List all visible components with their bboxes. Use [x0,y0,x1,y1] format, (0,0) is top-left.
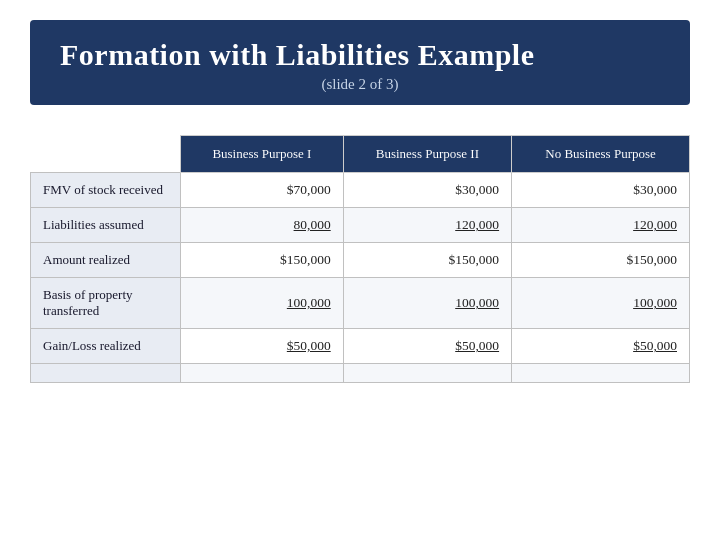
row-5-col2 [343,364,511,383]
slide-subtitle: (slide 2 of 3) [60,76,660,93]
table-row [31,364,690,383]
row-label: FMV of stock received [31,173,181,208]
row-label: Amount realized [31,243,181,278]
header-col3: No Business Purpose [512,136,690,173]
slide-title: Formation with Liabilities Example [60,38,660,72]
row-label [31,364,181,383]
row-0-col1: $70,000 [181,173,344,208]
row-2-col3: $150,000 [512,243,690,278]
data-table: Business Purpose I Business Purpose II N… [30,135,690,383]
row-4-col1: $50,000 [181,329,344,364]
row-0-col2: $30,000 [343,173,511,208]
row-1-col1: 80,000 [181,208,344,243]
table-row: FMV of stock received$70,000$30,000$30,0… [31,173,690,208]
row-4-col2: $50,000 [343,329,511,364]
slide-container: Formation with Liabilities Example (slid… [0,0,720,540]
title-box: Formation with Liabilities Example (slid… [30,20,690,105]
header-col2: Business Purpose II [343,136,511,173]
row-1-col2: 120,000 [343,208,511,243]
header-col1: Business Purpose I [181,136,344,173]
row-2-col2: $150,000 [343,243,511,278]
table-container: Business Purpose I Business Purpose II N… [30,135,690,520]
table-header-row: Business Purpose I Business Purpose II N… [31,136,690,173]
table-row: Basis of property transferred100,000100,… [31,278,690,329]
row-5-col1 [181,364,344,383]
table-row: Liabilities assumed80,000120,000120,000 [31,208,690,243]
row-label: Gain/Loss realized [31,329,181,364]
row-3-col1: 100,000 [181,278,344,329]
row-0-col3: $30,000 [512,173,690,208]
table-row: Amount realized$150,000$150,000$150,000 [31,243,690,278]
table-row: Gain/Loss realized$50,000$50,000$50,000 [31,329,690,364]
header-empty [31,136,181,173]
row-label: Liabilities assumed [31,208,181,243]
row-3-col2: 100,000 [343,278,511,329]
row-4-col3: $50,000 [512,329,690,364]
row-3-col3: 100,000 [512,278,690,329]
row-2-col1: $150,000 [181,243,344,278]
row-5-col3 [512,364,690,383]
row-1-col3: 120,000 [512,208,690,243]
row-label: Basis of property transferred [31,278,181,329]
